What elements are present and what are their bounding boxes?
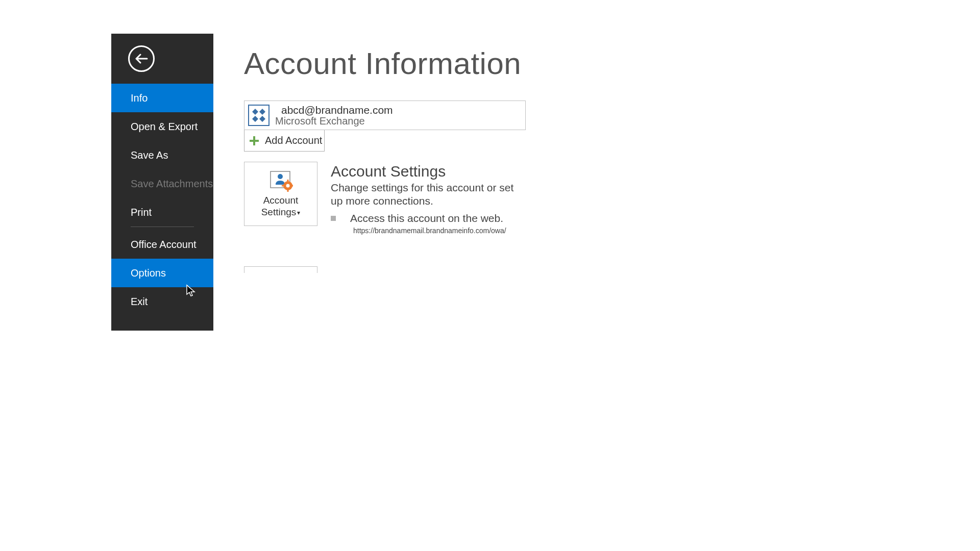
- account-selector[interactable]: abcd@brandname.com Microsoft Exchange: [244, 101, 526, 130]
- sidebar-item-label: Exit: [131, 296, 148, 308]
- back-button[interactable]: [128, 45, 155, 72]
- owa-url[interactable]: https://brandnamemail.brandnameinfo.com/…: [353, 227, 526, 235]
- sidebar-item-label: Info: [131, 92, 148, 104]
- partial-next-tile: [244, 266, 317, 273]
- svg-rect-2: [250, 140, 259, 142]
- settings-text-block: Account Settings Change settings for thi…: [331, 162, 526, 235]
- settings-heading: Account Settings: [331, 163, 526, 180]
- sidebar-item-exit[interactable]: Exit: [111, 287, 213, 316]
- sidebar-divider: [131, 227, 194, 227]
- account-type: Microsoft Exchange: [275, 115, 393, 127]
- sidebar-item-label: Office Account: [131, 239, 197, 251]
- account-settings-button[interactable]: Account Settings▾: [244, 162, 317, 226]
- sidebar-item-label: Open & Export: [131, 121, 198, 133]
- sidebar-item-label: Print: [131, 207, 152, 218]
- plus-icon: [250, 136, 259, 145]
- settings-bullet: Access this account on the web.: [331, 212, 526, 224]
- svg-point-6: [286, 184, 290, 188]
- backstage-sidebar: Info Open & Export Save As Save Attachme…: [111, 34, 213, 331]
- sidebar-item-office-account[interactable]: Office Account: [111, 230, 213, 259]
- bullet-icon: [331, 216, 336, 221]
- bullet-text: Access this account on the web.: [350, 212, 503, 224]
- back-button-area: [111, 34, 213, 84]
- account-text: abcd@brandname.com Microsoft Exchange: [281, 104, 393, 127]
- exchange-icon: [248, 104, 270, 127]
- sidebar-item-label: Options: [131, 267, 166, 279]
- account-settings-section: Account Settings▾ Account Settings Chang…: [244, 162, 526, 235]
- account-email: abcd@brandname.com: [281, 104, 393, 116]
- settings-description: Change settings for this account or set …: [331, 181, 526, 208]
- tile-label: Account Settings▾: [261, 195, 301, 218]
- sidebar-item-label: Save As: [131, 149, 168, 161]
- page-title: Account Information: [244, 46, 526, 81]
- sidebar-item-options[interactable]: Options: [111, 259, 213, 287]
- sidebar-item-save-as[interactable]: Save As: [111, 141, 213, 169]
- sidebar-item-open-export[interactable]: Open & Export: [111, 112, 213, 141]
- add-account-button[interactable]: Add Account: [244, 130, 325, 152]
- sidebar-item-save-attachments: Save Attachments: [111, 169, 213, 198]
- add-account-label: Add Account: [265, 135, 322, 146]
- sidebar-item-label: Save Attachments: [131, 178, 213, 190]
- main-content: Account Information abcd@brandname.com M…: [213, 34, 526, 331]
- chevron-down-icon: ▾: [297, 209, 300, 216]
- svg-rect-0: [249, 105, 269, 126]
- sidebar-item-info[interactable]: Info: [111, 84, 213, 112]
- sidebar-item-print[interactable]: Print: [111, 198, 213, 227]
- arrow-left-icon: [135, 54, 148, 64]
- svg-point-4: [278, 174, 283, 179]
- account-settings-icon: [268, 169, 293, 192]
